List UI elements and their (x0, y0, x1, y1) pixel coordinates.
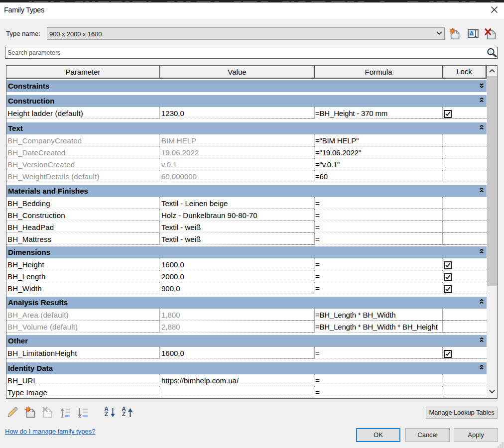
svg-text:A: A (470, 30, 474, 36)
